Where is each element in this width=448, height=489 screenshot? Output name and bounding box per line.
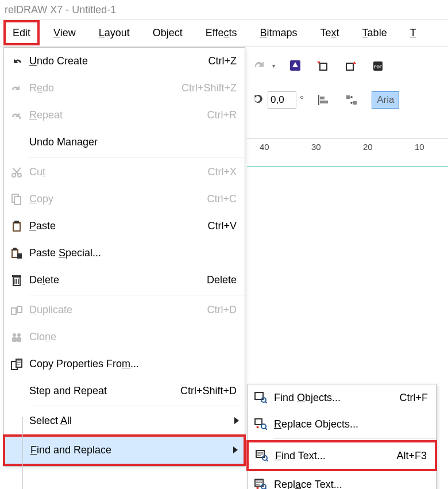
svg-rect-36 [255, 419, 262, 425]
svg-rect-26 [11, 308, 16, 314]
svg-rect-19 [14, 224, 20, 230]
find-replace-submenu: Find Objects... Ctrl+F Replace Objects..… [247, 384, 437, 489]
menuitem-undo[interactable]: Undo Create Ctrl+Z [4, 48, 245, 75]
svg-rect-4 [347, 64, 353, 70]
svg-rect-33 [16, 359, 22, 367]
menu-tools-partial[interactable]: T [399, 20, 428, 46]
shortcut-repeat: Ctrl+R [207, 109, 237, 121]
svg-rect-18 [14, 221, 19, 223]
svg-rect-25 [12, 275, 21, 277]
import-icon[interactable] [315, 58, 330, 73]
menu-layout[interactable]: Layout [87, 20, 141, 46]
svg-rect-22 [13, 251, 17, 257]
copy-props-icon [4, 359, 29, 370]
replace-objects-icon [248, 418, 274, 430]
submenu-arrow-icon [234, 415, 239, 427]
toolbar-row-1: ▾ PDF [247, 49, 448, 82]
distribute-icon[interactable] [344, 93, 359, 107]
submenu-find-text-highlight: Find Text... Alt+F3 [246, 440, 437, 471]
menuitem-find-replace-highlight: Find and Replace [3, 434, 246, 466]
shortcut-undo: Ctrl+Z [208, 55, 237, 67]
menuitem-duplicate: Duplicate Ctrl+D [4, 297, 245, 324]
menu-edit-wrap[interactable]: Edit [3, 27, 42, 39]
ruler-tick-30: 30 [311, 142, 321, 152]
menu-separator [29, 157, 245, 157]
svg-point-28 [13, 333, 16, 337]
undo-icon [4, 57, 29, 66]
menu-separator [29, 406, 245, 406]
submenu-find-text[interactable]: Find Text... Alt+F3 [249, 442, 435, 469]
shortcut-cut: Ctrl+X [207, 166, 237, 178]
svg-rect-9 [320, 101, 328, 103]
menu-bitmaps[interactable]: Bitmaps [249, 20, 309, 46]
rotate-icon [253, 93, 264, 107]
menu-edit-underline: E [13, 27, 20, 38]
shortcut-step-repeat: Ctrl+Shift+D [180, 385, 237, 397]
menu-object[interactable]: Object [141, 20, 194, 46]
svg-rect-11 [353, 101, 357, 105]
toolbar-row-2: ° Aria [247, 84, 448, 116]
svg-rect-10 [346, 95, 350, 99]
align-left-icon[interactable] [316, 93, 331, 107]
svg-rect-23 [17, 253, 22, 259]
menuitem-copy-properties[interactable]: Copy Properties From... [4, 351, 245, 378]
submenu-arrow-icon [233, 444, 238, 456]
redo-menu-icon [4, 84, 29, 93]
menu-view[interactable]: View [42, 20, 87, 46]
trash-icon [4, 275, 29, 286]
find-objects-icon [248, 392, 274, 403]
svg-rect-31 [17, 337, 21, 342]
clipboard-special-icon [4, 248, 29, 259]
svg-rect-27 [17, 306, 22, 313]
pdf-icon[interactable]: PDF [370, 58, 385, 73]
title-bar: relDRAW X7 - Untitled-1 [0, 0, 448, 20]
svg-point-37 [261, 424, 266, 429]
svg-rect-7 [318, 95, 319, 105]
menu-separator [29, 295, 245, 295]
svg-point-12 [19, 117, 21, 119]
svg-text:PDF: PDF [374, 65, 383, 69]
menuitem-select-all[interactable]: Select All [4, 407, 245, 434]
clipboard-icon [4, 221, 29, 232]
shortcut-find-text: Alt+F3 [396, 450, 427, 462]
menuitem-find-replace[interactable]: Find and Replace [5, 437, 244, 464]
submenu-replace-text[interactable]: Replace Text... [248, 471, 436, 489]
menu-bar: Edit View Layout Object Effects Bitmaps … [0, 20, 448, 47]
svg-point-30 [17, 333, 21, 337]
menu-table[interactable]: Table [351, 20, 399, 46]
find-text-icon [249, 450, 275, 461]
font-selector[interactable]: Aria [372, 91, 399, 109]
menuitem-paste-special[interactable]: Paste Special... [4, 240, 245, 267]
menuitem-paste[interactable]: Paste Ctrl+V [4, 213, 245, 240]
shortcut-paste: Ctrl+V [207, 220, 237, 232]
menuitem-redo: Redo Ctrl+Shift+Z [4, 75, 245, 102]
vertical-ruler [3, 417, 23, 489]
menuitem-clone: Clone [4, 324, 245, 351]
ruler-tick-10: 10 [415, 142, 424, 152]
redo-icon [253, 58, 268, 73]
shortcut-duplicate: Ctrl+D [207, 304, 237, 316]
submenu-find-objects[interactable]: Find Objects... Ctrl+F [248, 384, 436, 411]
horizontal-ruler: 40 30 20 10 [247, 138, 448, 167]
menuitem-copy: Copy Ctrl+C [4, 186, 245, 213]
menuitem-cut: Cut Ctrl+X [4, 159, 245, 186]
menuitem-undo-manager[interactable]: Undo Manager [4, 129, 245, 156]
menuitem-step-repeat[interactable]: Step and Repeat Ctrl+Shift+D [4, 378, 245, 405]
app-title: relDRAW X7 - Untitled-1 [5, 4, 116, 16]
shortcut-copy: Ctrl+C [207, 193, 237, 205]
scissors-icon [4, 167, 29, 178]
menu-effects[interactable]: Effects [194, 20, 249, 46]
menu-text[interactable]: Text [309, 20, 351, 46]
clone-icon [4, 332, 29, 342]
search-tool-icon[interactable] [288, 58, 303, 73]
rotation-control[interactable]: ° [253, 91, 304, 109]
ruler-tick-20: 20 [363, 142, 373, 152]
svg-rect-8 [320, 97, 325, 99]
submenu-replace-objects[interactable]: Replace Objects... [248, 411, 436, 437]
menuitem-delete[interactable]: Delete Delete [4, 267, 245, 294]
svg-rect-2 [320, 64, 326, 70]
rotation-input[interactable] [268, 91, 296, 109]
svg-rect-16 [14, 197, 21, 205]
copy-icon [4, 194, 29, 205]
export-icon[interactable] [343, 58, 358, 73]
